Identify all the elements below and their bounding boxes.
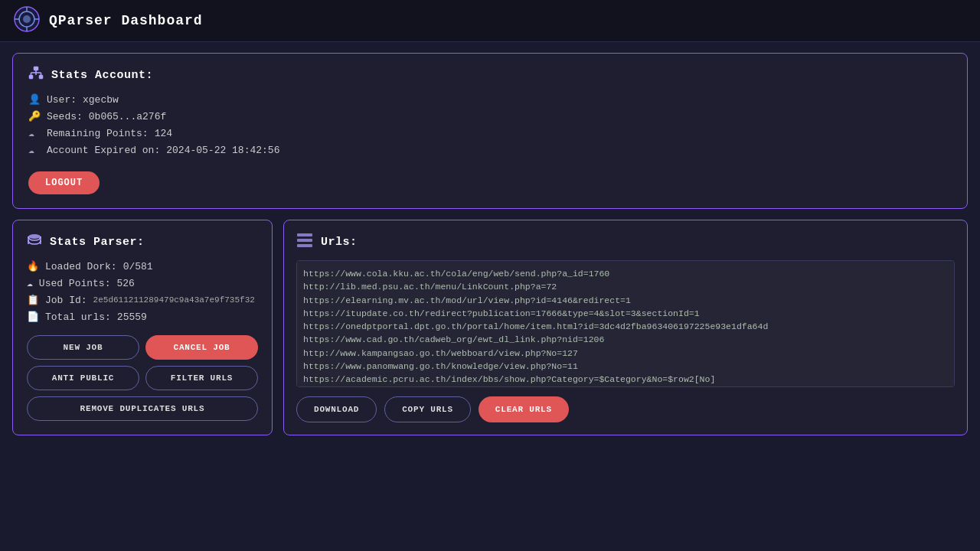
used-value: 526 (116, 278, 134, 289)
total-urls-value: 25559 (117, 311, 147, 323)
points-label: Remaining Points: (47, 128, 149, 139)
db-icon (27, 233, 42, 251)
seeds-row: 🔑 Seeds: 0b065...a276f (28, 110, 952, 122)
svg-rect-21 (297, 244, 312, 247)
url-action-buttons: DOWNLOAD COPY URLS CLEAR URLS (296, 396, 955, 422)
logo-icon (14, 6, 40, 35)
new-job-button[interactable]: NEW JOB (27, 335, 139, 360)
total-urls-row: 📄 Total urls: 25559 (27, 311, 258, 323)
urls-panel-title: Urls: (321, 236, 358, 249)
stats-parser-card: Stats Parser: 🔥 Loaded Dork: 0/581 ☁️ Us… (12, 220, 273, 435)
user-row: 👤 User: xgecbw (28, 93, 952, 106)
total-urls-label: Total urls: (45, 311, 111, 323)
header: QParser Dashboard (0, 0, 980, 42)
svg-point-2 (23, 15, 31, 23)
user-label: User: (47, 94, 77, 106)
used-label: Used Points: (39, 278, 111, 289)
points-row: ☁️ Remaining Points: 124 (28, 127, 952, 139)
urls-panel: Urls: DOWNLOAD COPY URLS CLEAR URLS (283, 220, 968, 435)
urls-panel-header: Urls: (296, 233, 955, 251)
expired-label: Account Expired on: (47, 145, 160, 156)
org-icon (28, 66, 44, 84)
filter-urls-button[interactable]: FILTER URLS (145, 366, 258, 390)
key-icon: 🔑 (28, 110, 41, 122)
user-icon: 👤 (28, 93, 41, 106)
main-content: Stats Account: 👤 User: xgecbw 🔑 Seeds: 0… (0, 42, 980, 446)
stats-account-card: Stats Account: 👤 User: xgecbw 🔑 Seeds: 0… (12, 53, 968, 209)
urls-textarea[interactable] (296, 260, 955, 387)
loaded-dork-row: 🔥 Loaded Dork: 0/581 (27, 260, 258, 272)
copy-urls-button[interactable]: COPY URLS (384, 396, 471, 422)
svg-rect-9 (39, 75, 43, 79)
stats-account-title: Stats Account: (51, 69, 153, 82)
clear-urls-button[interactable]: CLEAR URLS (479, 396, 569, 422)
loaded-label: Loaded Dork: (45, 261, 117, 272)
stats-parser-title: Stats Parser: (50, 236, 145, 249)
seeds-value: 0b065...a276f (89, 111, 166, 122)
svg-rect-20 (297, 239, 312, 242)
bottom-row: Stats Parser: 🔥 Loaded Dork: 0/581 ☁️ Us… (12, 220, 968, 435)
job-id-value: 2e5d611211289479c9a43a7e9f735f32 (93, 295, 255, 305)
fire-icon: 🔥 (27, 260, 39, 272)
points-value: 124 (155, 128, 172, 139)
cancel-job-button[interactable]: CANCEL JOB (145, 335, 258, 360)
urls-icon (296, 233, 313, 251)
parser-buttons: NEW JOB CANCEL JOB ANTI PUBLIC FILTER UR… (27, 335, 258, 421)
anti-public-button[interactable]: ANTI PUBLIC (27, 366, 139, 390)
expired-value: 2024-05-22 18:42:56 (166, 145, 279, 156)
app-title: QParser Dashboard (49, 13, 203, 28)
svg-rect-8 (29, 75, 33, 79)
job-id-label: Job Id: (45, 295, 87, 306)
expired-row: ☁️ Account Expired on: 2024-05-22 18:42:… (28, 144, 952, 156)
stats-account-header: Stats Account: (28, 66, 952, 84)
seeds-label: Seeds: (47, 111, 83, 122)
totalurls-icon: 📄 (27, 311, 39, 323)
svg-rect-7 (34, 67, 38, 70)
cloud-icon: ☁️ (28, 127, 41, 139)
user-value: xgecbw (83, 94, 119, 106)
download-button[interactable]: DOWNLOAD (296, 396, 377, 422)
svg-rect-19 (297, 233, 312, 236)
svg-point-14 (28, 234, 41, 239)
loaded-value: 0/581 (123, 261, 153, 272)
logout-button[interactable]: LOGOUT (28, 171, 100, 194)
used-icon: ☁️ (27, 277, 33, 289)
remove-duplicates-button[interactable]: REMOVE DUPLICATES URLS (27, 396, 258, 421)
job-id-row: 📋 Job Id: 2e5d611211289479c9a43a7e9f735f… (27, 294, 258, 306)
expired-icon: ☁️ (28, 144, 41, 156)
jobid-icon: 📋 (27, 294, 39, 306)
stats-parser-header: Stats Parser: (27, 233, 258, 251)
used-points-row: ☁️ Used Points: 526 (27, 277, 258, 289)
